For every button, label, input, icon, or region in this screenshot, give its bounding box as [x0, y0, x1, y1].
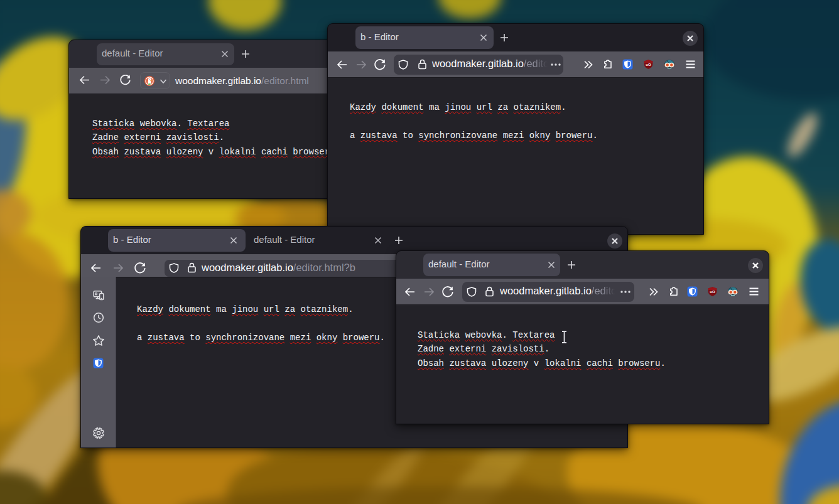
svg-text:uO: uO: [710, 290, 715, 294]
svg-text:uO: uO: [646, 63, 651, 67]
